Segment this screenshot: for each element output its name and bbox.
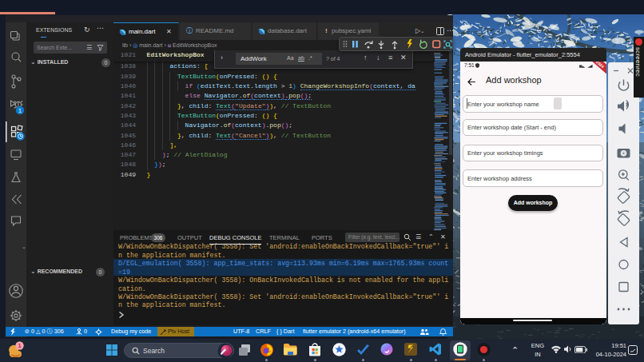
svg-text:⌄: ⌄ <box>22 244 26 249</box>
svg-text:1: 1 <box>18 108 22 113</box>
svg-text:1: 1 <box>18 342 21 349</box>
